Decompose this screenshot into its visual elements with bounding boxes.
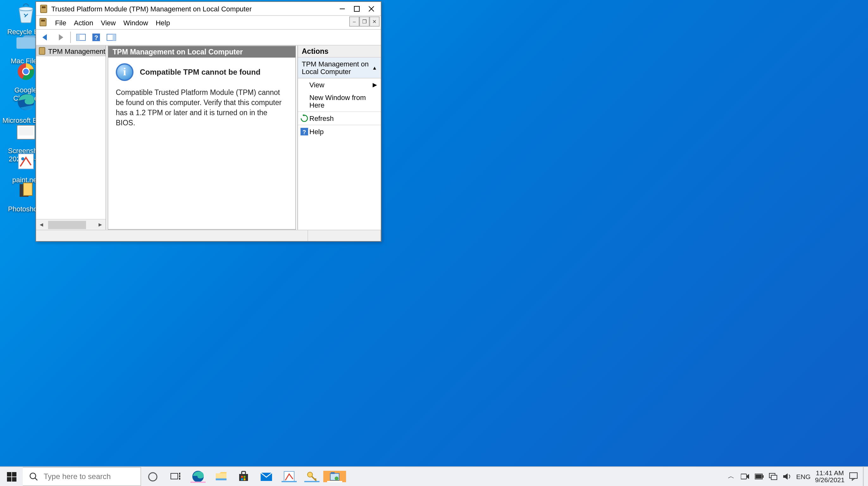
scroll-thumb[interactable]: [48, 220, 86, 229]
menu-action[interactable]: Action: [70, 18, 97, 28]
battery-icon[interactable]: [754, 473, 764, 480]
svg-rect-36: [170, 473, 178, 479]
menubar: File Action View Window Help – ❐ ✕: [36, 16, 381, 30]
console-tree-pane: TPM Management on Local Compu ◄ ►: [36, 45, 106, 230]
meet-now-icon[interactable]: [741, 473, 750, 480]
mdi-restore-button[interactable]: ❐: [359, 17, 369, 27]
network-icon[interactable]: [768, 473, 778, 480]
tpm-node-icon: [38, 47, 46, 55]
actions-pane: Actions TPM Management on Local Computer…: [297, 45, 381, 230]
taskbar-paintnet[interactable]: [278, 471, 301, 482]
action-label: New Window from Here: [309, 94, 377, 109]
svg-rect-59: [771, 475, 777, 480]
svg-rect-29: [7, 472, 11, 476]
refresh-icon: [300, 114, 308, 122]
mmc-window: Trusted Platform Module (TPM) Management…: [35, 1, 381, 242]
tree-hscrollbar[interactable]: ◄ ►: [36, 219, 106, 230]
tree-item-tpm[interactable]: TPM Management on Local Compu: [36, 45, 106, 56]
svg-point-33: [30, 473, 36, 478]
show-hide-action-pane-button[interactable]: [104, 30, 118, 44]
svg-point-35: [148, 473, 157, 481]
svg-rect-19: [41, 19, 45, 21]
svg-rect-8: [18, 154, 33, 169]
forward-button[interactable]: [54, 30, 68, 44]
svg-rect-15: [354, 6, 359, 11]
svg-rect-47: [244, 478, 245, 480]
mdi-close-button[interactable]: ✕: [369, 17, 380, 27]
svg-rect-54: [741, 474, 746, 479]
svg-rect-45: [244, 476, 245, 478]
menu-view[interactable]: View: [97, 18, 120, 28]
tray-date: 9/26/2021: [815, 477, 845, 483]
language-indicator[interactable]: ENG: [796, 473, 811, 480]
back-button[interactable]: [39, 30, 53, 44]
action-label: Refresh: [309, 115, 334, 122]
search-input[interactable]: [44, 472, 141, 481]
show-desktop-button[interactable]: [863, 467, 865, 486]
taskbar-search[interactable]: [23, 467, 141, 486]
clock[interactable]: 11:41 AM 9/26/2021: [815, 469, 845, 483]
svg-point-0: [19, 7, 33, 11]
maximize-button[interactable]: [349, 2, 364, 15]
menu-file[interactable]: File: [51, 18, 70, 28]
taskbar-edge[interactable]: [187, 470, 209, 483]
svg-point-50: [307, 472, 313, 477]
svg-point-4: [23, 69, 28, 74]
menu-window[interactable]: Window: [120, 18, 152, 28]
action-refresh[interactable]: Refresh: [298, 111, 381, 125]
mmc-icon: [329, 471, 340, 482]
show-hide-console-tree-button[interactable]: [74, 30, 88, 44]
taskbar-store[interactable]: [232, 471, 255, 482]
scroll-right-icon[interactable]: ►: [95, 221, 106, 228]
paintnet-icon: [283, 471, 295, 482]
info-icon: i: [116, 63, 133, 81]
taskbar: ︿ ENG 11:41 AM 9/26/2021: [0, 466, 868, 486]
svg-rect-30: [12, 472, 16, 476]
tray-overflow-button[interactable]: ︿: [726, 472, 736, 481]
actions-group-title[interactable]: TPM Management on Local Computer ▲: [298, 58, 381, 79]
volume-icon[interactable]: [782, 473, 792, 480]
action-help[interactable]: ? Help: [298, 125, 381, 138]
edge-icon: [192, 470, 204, 483]
action-center-button[interactable]: [849, 472, 859, 481]
action-label: Help: [309, 128, 323, 135]
actions-pane-header: Actions: [298, 45, 381, 58]
mdi-minimize-button[interactable]: –: [349, 17, 359, 27]
result-header: TPM Management on Local Computer: [108, 46, 296, 58]
close-button[interactable]: [364, 2, 378, 15]
svg-rect-57: [755, 475, 762, 478]
task-view-button[interactable]: [164, 472, 187, 481]
store-icon: [238, 471, 249, 482]
svg-point-9: [21, 157, 24, 160]
svg-rect-52: [331, 472, 335, 474]
taskbar-mail[interactable]: [255, 472, 278, 481]
search-icon: [29, 472, 39, 481]
menu-help[interactable]: Help: [152, 18, 174, 28]
svg-rect-25: [113, 34, 116, 40]
help-icon: ?: [300, 127, 308, 136]
start-button[interactable]: [0, 467, 23, 486]
action-view[interactable]: View ▶: [298, 79, 381, 91]
action-label: View: [309, 81, 324, 89]
svg-rect-39: [179, 478, 180, 480]
mail-icon: [260, 472, 273, 481]
recycle-bin-icon: [13, 1, 38, 26]
windows-logo-icon: [7, 472, 16, 481]
svg-rect-21: [76, 34, 80, 40]
taskbar-credentials[interactable]: [301, 471, 323, 482]
taskbar-tpm[interactable]: [323, 471, 346, 482]
svg-line-34: [35, 478, 37, 480]
taskbar-explorer[interactable]: [209, 472, 232, 482]
result-pane: TPM Management on Local Computer i Compa…: [107, 45, 296, 230]
scroll-left-icon[interactable]: ◄: [36, 221, 47, 228]
minimize-button[interactable]: [335, 2, 349, 15]
help-button[interactable]: ?: [89, 30, 103, 44]
action-new-window[interactable]: New Window from Here: [298, 91, 381, 111]
info-heading: Compatible TPM cannot be found: [140, 68, 260, 77]
titlebar[interactable]: Trusted Platform Module (TPM) Management…: [36, 2, 381, 16]
chevron-right-icon: ▶: [373, 82, 377, 88]
folder-icon: [13, 30, 38, 55]
svg-rect-60: [850, 473, 857, 478]
task-view-button[interactable]: [141, 471, 164, 482]
svg-text:?: ?: [94, 34, 98, 41]
